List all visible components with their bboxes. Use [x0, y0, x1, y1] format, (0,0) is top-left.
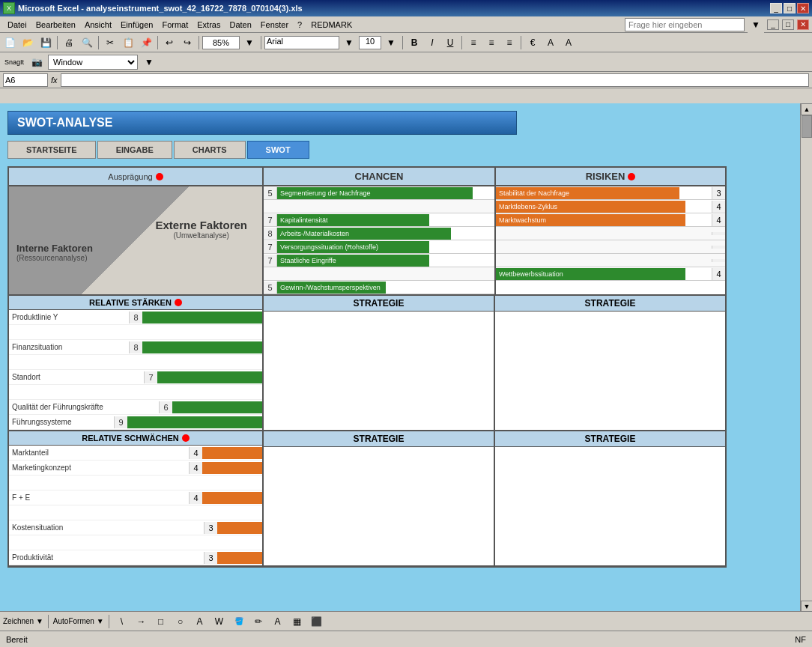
tab-swot[interactable]: SWOT: [247, 141, 309, 159]
strategie-wo: STRATEGIE: [264, 431, 495, 565]
close-button[interactable]: ✕: [797, 3, 809, 13]
autoformen-label: AutoFormen ▼: [53, 617, 104, 625]
new-button[interactable]: 📄: [1, 34, 18, 51]
menu-daten[interactable]: Daten: [225, 19, 255, 31]
minimize-button[interactable]: _: [770, 3, 782, 13]
align-right-button[interactable]: ≡: [501, 34, 518, 51]
scroll-track[interactable]: [801, 115, 812, 601]
paste-button[interactable]: 📌: [138, 34, 154, 51]
chance-label-5: Staatliche Eingriffe: [280, 257, 336, 264]
menu-ansicht[interactable]: Ansicht: [80, 19, 116, 31]
snagit-window-select[interactable]: Window: [48, 55, 138, 70]
redo-button[interactable]: ↪: [179, 34, 196, 51]
zoom-box[interactable]: 85%: [202, 36, 240, 49]
schwachen-num-4: 3: [204, 522, 217, 534]
menu-datei[interactable]: Datei: [3, 19, 31, 31]
3d-tool[interactable]: ⬛: [309, 613, 325, 630]
af-sep: [109, 615, 109, 628]
fill-color-button[interactable]: A: [542, 34, 559, 51]
schwachen-bar-4: [217, 522, 262, 534]
strategie-wt: STRATEGIE: [495, 431, 725, 565]
menu-einfuegen[interactable]: Einfügen: [116, 19, 157, 31]
font-size-dropdown[interactable]: ▼: [383, 34, 399, 51]
chance-bar-2: Kapitalintensität: [277, 214, 494, 226]
help-search-button[interactable]: ▼: [748, 16, 764, 33]
starken-item-2: Finanzsituation 8: [9, 340, 262, 355]
font-dropdown[interactable]: ▼: [341, 34, 357, 51]
bold-button[interactable]: B: [406, 34, 422, 51]
nav-tabs: STARTSEITE EINGABE CHARTS SWOT: [7, 141, 796, 159]
align-center-button[interactable]: ≡: [483, 34, 500, 51]
menu-extras[interactable]: Extras: [193, 19, 225, 31]
starken-bar-1: [142, 312, 262, 324]
risiko-bar-3: Marktwachstum: [496, 214, 712, 226]
italic-button[interactable]: I: [424, 34, 440, 51]
tab-eingabe[interactable]: EINGABE: [97, 141, 172, 159]
cut-button[interactable]: ✂: [102, 34, 118, 51]
align-left-button[interactable]: ≡: [465, 34, 482, 51]
zoom-dropdown[interactable]: ▼: [241, 34, 258, 51]
snagit-icon[interactable]: SnagIt: [3, 54, 25, 70]
strategie-st: STRATEGIE: [495, 296, 725, 430]
font-color-tool-draw[interactable]: A: [270, 613, 286, 630]
font-color-button[interactable]: A: [560, 34, 577, 51]
text-tool[interactable]: A: [192, 613, 208, 630]
maximize-button[interactable]: □: [784, 3, 796, 13]
app-minimize-button[interactable]: _: [767, 19, 779, 30]
risiko-row-2: Marktlebens-Zyklus 4: [496, 200, 725, 213]
menu-redmark[interactable]: REDMARK: [306, 19, 357, 31]
interne-faktoren-label: Interne Faktoren (Ressourcenanalyse): [16, 243, 93, 262]
menu-help[interactable]: ?: [293, 19, 306, 31]
title-bar: X Microsoft Excel - analyseinstrument_sw…: [0, 0, 812, 16]
menu-bearbeiten[interactable]: Bearbeiten: [31, 19, 80, 31]
risiko-score-2: 4: [712, 201, 725, 213]
schwachen-bar-5: [217, 552, 262, 564]
schwachen-bar-1: [202, 447, 262, 459]
currency-button[interactable]: €: [524, 34, 541, 51]
starken-item-blank: [9, 325, 262, 340]
starken-bar-4: [172, 401, 262, 413]
font-selector[interactable]: Arial: [264, 36, 339, 49]
scrollbar-vertical[interactable]: ▲ ▼: [800, 103, 812, 613]
underline-button[interactable]: U: [442, 34, 458, 51]
schwachen-header: RELATIVE SCHWÄCHEN: [9, 431, 262, 446]
wordart-tool[interactable]: W: [211, 613, 228, 630]
chance-num-3: 8: [264, 228, 277, 240]
tab-startseite[interactable]: STARTSEITE: [7, 141, 96, 159]
cell-reference[interactable]: A6: [3, 73, 48, 87]
print-button[interactable]: 🖨: [61, 34, 77, 51]
copy-button[interactable]: 📋: [120, 34, 136, 51]
shadow-tool[interactable]: ▦: [289, 613, 306, 630]
starken-label-1: Produktlinie Y: [9, 312, 129, 323]
separator-7: [461, 36, 462, 49]
snagit-dropdown-arrow[interactable]: ▼: [141, 54, 157, 70]
arrow-tool[interactable]: →: [133, 613, 150, 630]
strategie-so: STRATEGIE: [264, 296, 495, 430]
print-preview-button[interactable]: 🔍: [79, 34, 95, 51]
starken-label-3: Standort: [9, 371, 144, 383]
undo-button[interactable]: ↩: [161, 34, 178, 51]
app-close-button[interactable]: ✕: [797, 19, 809, 30]
help-search-input[interactable]: [625, 18, 745, 31]
line-tool[interactable]: \: [114, 613, 130, 630]
chance-row-5: 7 Staatliche Eingriffe: [264, 254, 494, 267]
header-auspraegung: Ausprägung: [9, 168, 264, 185]
scroll-up-button[interactable]: ▲: [801, 103, 812, 115]
diagonal-bg: [9, 186, 262, 294]
snagit-extra[interactable]: 📷: [28, 54, 45, 70]
scroll-thumb[interactable]: [802, 115, 812, 138]
tab-charts[interactable]: CHARTS: [174, 141, 246, 159]
app-restore-button[interactable]: □: [782, 19, 794, 30]
schwachen-section: RELATIVE SCHWÄCHEN Marktanteil 4 Marketi…: [9, 431, 725, 566]
open-button[interactable]: 📂: [19, 34, 36, 51]
menu-fenster[interactable]: Fenster: [256, 19, 293, 31]
font-size-box[interactable]: 10: [359, 36, 381, 49]
menu-format[interactable]: Format: [157, 19, 193, 31]
line-color-tool[interactable]: ✏: [250, 613, 267, 630]
fill-color-tool[interactable]: 🪣: [231, 613, 247, 630]
formula-input[interactable]: [61, 73, 809, 87]
oval-tool[interactable]: ○: [172, 613, 189, 630]
save-button[interactable]: 💾: [37, 34, 54, 51]
risiko-bar-2: Marktlebens-Zyklus: [496, 201, 712, 213]
rect-tool[interactable]: □: [153, 613, 169, 630]
